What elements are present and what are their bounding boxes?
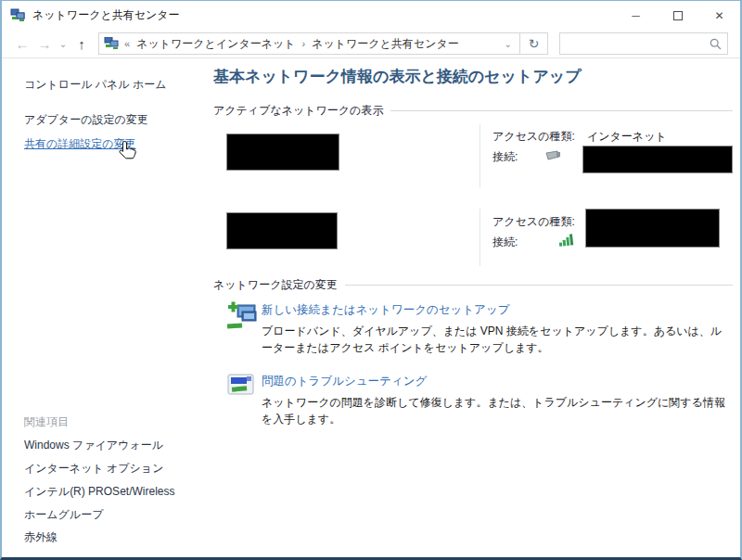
breadcrumb-collapse-icon[interactable]: « <box>124 38 130 49</box>
page-title: 基本ネットワーク情報の表示と接続のセットアップ <box>213 66 582 87</box>
setup-new-connection-link[interactable]: 新しい接続またはネットワークのセットアップ <box>262 302 509 318</box>
sidebar: コントロール パネル ホーム アダプターの設定の変更 共有の詳細設定の変更 関連… <box>2 58 211 555</box>
sidebar-item-homegroup[interactable]: ホームグループ <box>24 507 103 523</box>
network-2-info-redacted[interactable] <box>585 209 720 248</box>
section-rule <box>345 285 733 286</box>
network-2-details: アクセスの種類: 接続: <box>480 209 733 266</box>
setup-new-connection-description: ブロードバンド、ダイヤルアップ、または VPN 接続をセットアップします。あるい… <box>262 323 733 356</box>
network-2-name-redacted <box>226 212 338 249</box>
troubleshoot-problems-description: ネットワークの問題を診断して修復します。または、トラブルシューティングに関する情… <box>262 394 733 427</box>
sidebar-item-control-panel-home[interactable]: コントロール パネル ホーム <box>24 77 166 93</box>
sidebar-item-windows-firewall[interactable]: Windows ファイアウォール <box>24 438 163 453</box>
active-network-2: アクセスの種類: 接続: <box>211 209 733 266</box>
network-sharing-center-window: ネットワークと共有センター ─ ✕ ← → ⌄ ↑ « ネットワークとインターネ… <box>0 0 742 560</box>
access-type-label: アクセスの種類: <box>493 129 575 145</box>
back-icon[interactable]: ← <box>11 36 33 52</box>
maximize-icon <box>673 11 683 20</box>
forward-icon[interactable]: → <box>33 36 56 52</box>
connection-label: 接続: <box>493 235 518 250</box>
up-icon[interactable]: ↑ <box>70 36 93 52</box>
task-setup-new-connection: 新しい接続またはネットワークのセットアップ ブロードバンド、ダイヤルアップ、また… <box>211 298 733 364</box>
history-chevron-icon[interactable]: ⌄ <box>56 39 70 49</box>
breadcrumb-network-and-internet[interactable]: ネットワークとインターネット <box>136 36 295 52</box>
address-bar[interactable]: « ネットワークとインターネット › ネットワークと共有センター ⌄ <box>98 32 520 55</box>
breadcrumb-network-sharing-center[interactable]: ネットワークと共有センター <box>312 36 459 52</box>
network-1-connection-redacted[interactable] <box>582 146 733 173</box>
maximize-button[interactable] <box>657 1 698 30</box>
network-1-details: アクセスの種類: インターネット 接続: <box>480 124 733 187</box>
close-button[interactable]: ✕ <box>698 1 740 30</box>
new-connection-icon <box>225 300 259 332</box>
refresh-icon: ↻ <box>529 36 540 51</box>
refresh-button[interactable]: ↻ <box>520 32 548 55</box>
navigation-bar: ← → ⌄ ↑ « ネットワークとインターネット › ネットワークと共有センター… <box>2 30 740 58</box>
network-1-name-redacted <box>226 134 339 171</box>
troubleshoot-problems-link[interactable]: 問題のトラブルシューティング <box>262 374 427 389</box>
search-input[interactable] <box>566 37 710 50</box>
title-bar: ネットワークと共有センター ─ ✕ <box>2 1 740 30</box>
sidebar-item-change-adapter-settings[interactable]: アダプターの設定の変更 <box>24 112 148 128</box>
minimize-button[interactable]: ─ <box>615 1 657 30</box>
access-type-value: インターネット <box>587 129 667 145</box>
address-dropdown-chevron-icon[interactable]: ⌄ <box>501 39 516 49</box>
troubleshoot-icon <box>227 373 255 399</box>
search-box[interactable] <box>559 32 728 55</box>
main-panel: 基本ネットワーク情報の表示と接続のセットアップ アクティブなネットワークの表示 … <box>211 58 740 555</box>
window-title: ネットワークと共有センター <box>32 7 615 23</box>
related-items-header: 関連項目 <box>24 414 69 430</box>
connection-label: 接続: <box>493 149 518 165</box>
wifi-signal-icon <box>558 233 575 247</box>
network-sharing-center-icon <box>10 8 25 23</box>
section-rule <box>390 110 733 111</box>
breadcrumb-separator-icon: › <box>302 38 306 49</box>
sidebar-item-infrared[interactable]: 赤外線 <box>24 529 58 545</box>
access-type-label: アクセスの種類: <box>493 214 575 230</box>
ethernet-icon <box>544 149 562 162</box>
sidebar-item-internet-options[interactable]: インターネット オプション <box>24 461 163 477</box>
active-networks-section-header: アクティブなネットワークの表示 <box>213 103 733 119</box>
breadcrumb-app-icon <box>104 37 119 50</box>
search-icon <box>710 38 722 50</box>
sidebar-item-change-advanced-sharing[interactable]: 共有の詳細設定の変更 <box>24 136 136 152</box>
sidebar-item-intel-proset-wireless[interactable]: インテル(R) PROSet/Wireless <box>24 484 174 500</box>
active-network-1: アクセスの種類: インターネット 接続: <box>211 124 733 187</box>
task-troubleshoot-problems: 問題のトラブルシューティング ネットワークの問題を診断して修復します。または、ト… <box>211 369 733 419</box>
network-settings-section-header: ネットワーク設定の変更 <box>213 277 733 293</box>
